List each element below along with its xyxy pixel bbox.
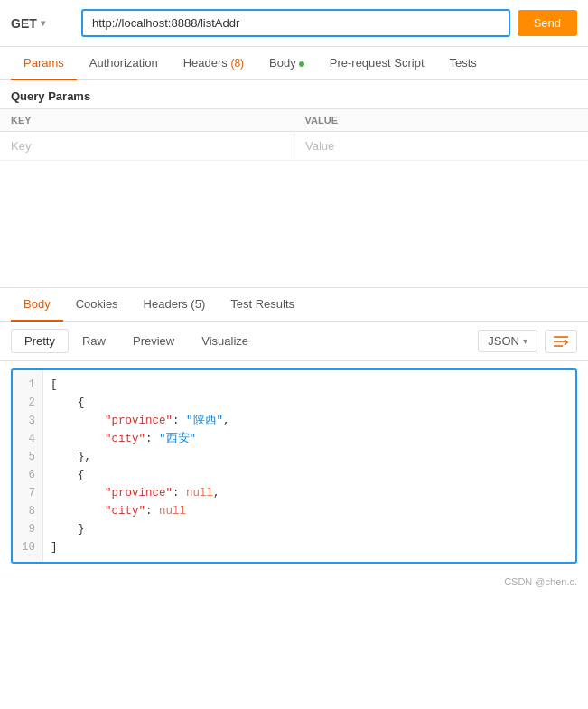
col-value-header: VALUE <box>294 109 589 132</box>
code-line-5: }, <box>51 448 568 466</box>
response-section: Body Cookies Headers (5) Test Results Pr… <box>0 287 588 592</box>
code-line-7: "province": null, <box>51 484 568 502</box>
code-line-9: } <box>51 520 568 538</box>
view-tabs-row: Pretty Raw Preview Visualize JSON ▾ <box>0 322 588 361</box>
code-line-3: "province": "陕西", <box>51 412 568 430</box>
code-line-1: [ <box>51 376 568 394</box>
wrap-icon <box>553 335 569 348</box>
line-numbers: 1 2 3 4 5 6 7 8 9 10 <box>13 370 43 562</box>
url-input[interactable] <box>92 16 499 30</box>
code-line-2: { <box>51 394 568 412</box>
code-content[interactable]: [ { "province": "陕西", "city": "西安" }, { … <box>43 370 575 562</box>
format-dropdown[interactable]: JSON ▾ <box>478 330 537 352</box>
wrap-button[interactable] <box>545 330 577 353</box>
method-selector[interactable]: GET ▾ <box>11 16 74 31</box>
tab-authorization[interactable]: Authorization <box>77 47 171 80</box>
response-tab-testresults[interactable]: Test Results <box>218 288 307 322</box>
view-tab-visualize[interactable]: Visualize <box>188 329 262 353</box>
tab-headers[interactable]: Headers (8) <box>171 47 257 80</box>
line-num-8: 8 <box>20 502 35 520</box>
send-button[interactable]: Send <box>518 10 577 36</box>
code-container: 1 2 3 4 5 6 7 8 9 10 [ { "province": "陕西… <box>11 368 577 564</box>
format-label: JSON <box>488 334 519 348</box>
response-tab-headers[interactable]: Headers (5) <box>131 288 219 322</box>
code-line-6: { <box>51 466 568 484</box>
method-chevron-icon: ▾ <box>41 18 45 28</box>
watermark: CSDN @chen.c. <box>0 571 588 592</box>
line-num-9: 9 <box>20 520 35 538</box>
tab-tests[interactable]: Tests <box>437 47 490 80</box>
key-cell[interactable]: Key <box>0 132 294 161</box>
format-arrow-icon: ▾ <box>523 336 527 346</box>
line-num-6: 6 <box>20 466 35 484</box>
response-tab-body[interactable]: Body <box>11 288 63 322</box>
line-num-1: 1 <box>20 376 35 394</box>
body-dot <box>299 61 304 67</box>
code-line-8: "city": null <box>51 502 568 520</box>
format-selector: JSON ▾ <box>478 330 577 353</box>
line-num-10: 10 <box>20 538 35 556</box>
top-bar: GET ▾ Send <box>0 0 588 47</box>
col-key-header: KEY <box>0 109 294 132</box>
line-num-3: 3 <box>20 412 35 430</box>
response-tabs: Body Cookies Headers (5) Test Results <box>0 288 588 322</box>
value-cell[interactable]: Value <box>294 132 589 161</box>
tab-prerequest[interactable]: Pre-request Script <box>317 47 437 80</box>
code-line-4: "city": "西安" <box>51 430 568 448</box>
view-tab-pretty[interactable]: Pretty <box>11 329 69 353</box>
view-tab-preview[interactable]: Preview <box>119 329 188 353</box>
line-num-4: 4 <box>20 430 35 448</box>
request-tabs: Params Authorization Headers (8) Body Pr… <box>0 47 588 80</box>
url-input-wrapper[interactable] <box>81 9 510 37</box>
line-num-7: 7 <box>20 484 35 502</box>
tab-body[interactable]: Body <box>257 47 317 80</box>
params-table: KEY VALUE Key Value <box>0 108 588 161</box>
tab-params[interactable]: Params <box>11 47 77 80</box>
code-line-10: ] <box>51 538 568 556</box>
query-params-title: Query Params <box>0 80 588 108</box>
spacer <box>0 161 588 287</box>
view-tab-raw[interactable]: Raw <box>69 329 119 353</box>
response-tab-cookies[interactable]: Cookies <box>63 288 131 322</box>
line-num-2: 2 <box>20 394 35 412</box>
params-row-empty: Key Value <box>0 132 588 161</box>
line-num-5: 5 <box>20 448 35 466</box>
method-label: GET <box>11 16 37 31</box>
